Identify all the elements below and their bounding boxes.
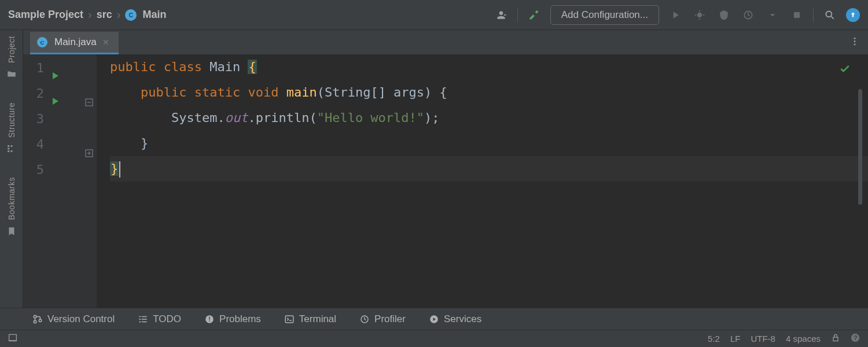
sidebar-label: Project (7, 36, 16, 63)
code-content[interactable]: public class Main { public static void m… (97, 54, 868, 308)
run-line-icon[interactable] (51, 89, 60, 98)
fold-icon[interactable] (85, 141, 93, 149)
line-number: 3 (28, 106, 44, 132)
toolbar: Sample Project › src › C Main Add Config… (0, 0, 868, 30)
chevron-right-icon: › (88, 8, 92, 21)
svg-rect-32 (142, 321, 147, 322)
stop-icon[interactable] (789, 7, 805, 23)
status-bar: 5:2 LF UTF-8 4 spaces ? (0, 330, 868, 347)
bookmark-icon (6, 226, 17, 237)
tab-label: Main.java (54, 36, 97, 48)
svg-point-24 (34, 315, 36, 318)
search-icon[interactable] (822, 7, 838, 23)
collaborators-icon[interactable] (493, 7, 509, 23)
tab-main-java[interactable]: C Main.java ✕ (30, 32, 119, 54)
svg-rect-34 (209, 316, 210, 319)
svg-rect-12 (8, 150, 9, 152)
svg-line-9 (832, 16, 834, 19)
svg-rect-10 (8, 145, 9, 147)
coverage-icon[interactable] (716, 7, 732, 23)
svg-text:?: ? (854, 335, 857, 341)
svg-rect-36 (285, 316, 293, 323)
caret-position[interactable]: 5:2 (708, 334, 720, 344)
svg-rect-35 (209, 320, 210, 322)
svg-point-1 (697, 12, 702, 17)
tool-profiler[interactable]: Profiler (359, 313, 406, 325)
tool-todo[interactable]: TODO (138, 313, 181, 325)
fold-icon[interactable] (85, 90, 93, 98)
tool-label: Terminal (299, 313, 336, 325)
class-icon: C (125, 9, 137, 21)
folder-icon (6, 69, 17, 79)
svg-rect-27 (139, 316, 141, 317)
scrollbar[interactable] (858, 89, 862, 205)
line-number: 4 (28, 132, 44, 157)
breadcrumb-project[interactable]: Sample Project (8, 9, 83, 21)
breadcrumb-class[interactable]: Main (142, 9, 166, 21)
svg-rect-28 (139, 319, 141, 320)
svg-point-17 (854, 40, 856, 42)
svg-rect-31 (142, 319, 147, 320)
svg-point-8 (826, 11, 832, 17)
debug-icon[interactable] (692, 7, 708, 23)
svg-point-26 (39, 319, 42, 322)
tool-version-control[interactable]: Version Control (32, 313, 115, 325)
svg-rect-13 (10, 145, 12, 147)
sidebar-label: Bookmarks (7, 177, 16, 220)
svg-rect-41 (833, 337, 838, 341)
quick-access-icon[interactable] (8, 333, 17, 344)
build-hammer-icon[interactable] (526, 7, 542, 23)
lock-icon[interactable] (831, 333, 840, 344)
run-line-icon[interactable] (51, 64, 60, 73)
svg-rect-29 (139, 321, 141, 322)
code-editor[interactable]: 1 2 3 4 (23, 54, 868, 308)
breadcrumb-folder[interactable]: src (97, 9, 112, 21)
run-icon[interactable] (667, 7, 683, 23)
help-icon[interactable]: ? (851, 333, 860, 344)
text-cursor (119, 161, 120, 178)
tool-label: TODO (153, 313, 181, 325)
caret-down-icon[interactable] (764, 7, 781, 23)
tool-label: Problems (219, 313, 261, 325)
svg-rect-14 (10, 150, 12, 152)
structure-icon (6, 143, 17, 154)
tool-label: Version Control (47, 313, 115, 325)
more-icon[interactable] (849, 36, 860, 49)
tool-windows-rail: Project Structure Bookmarks (0, 30, 23, 308)
profile-icon[interactable] (740, 7, 756, 23)
toolbar-actions: Add Configuration... (493, 5, 860, 25)
indent[interactable]: 4 spaces (786, 334, 821, 344)
line-number: 1 (28, 56, 44, 81)
line-number: 2 (28, 81, 44, 106)
update-icon[interactable] (846, 8, 860, 22)
inspection-ok-icon[interactable] (839, 58, 851, 83)
svg-text:C: C (129, 11, 134, 18)
svg-rect-7 (794, 12, 800, 18)
svg-point-18 (854, 43, 856, 45)
line-number: 5 (28, 157, 44, 183)
separator (517, 8, 518, 23)
svg-text:C: C (41, 39, 45, 46)
separator (813, 8, 814, 23)
tool-services[interactable]: Services (429, 313, 481, 325)
editor-tabs: C Main.java ✕ (23, 30, 868, 54)
tool-terminal[interactable]: Terminal (284, 313, 336, 325)
editor-gutter[interactable]: 1 2 3 4 (23, 54, 97, 308)
sidebar-item-structure[interactable]: Structure (6, 102, 17, 154)
line-separator[interactable]: LF (730, 334, 741, 344)
breadcrumb[interactable]: Sample Project › src › C Main (8, 8, 166, 21)
tool-label: Profiler (374, 313, 406, 325)
tool-problems[interactable]: Problems (204, 313, 261, 325)
sidebar-label: Structure (7, 102, 16, 138)
run-configuration-button[interactable]: Add Configuration... (550, 5, 659, 25)
svg-rect-30 (142, 316, 147, 317)
close-icon[interactable]: ✕ (101, 38, 111, 47)
sidebar-item-project[interactable]: Project (6, 36, 17, 79)
class-icon: C (37, 37, 47, 47)
svg-rect-11 (8, 148, 9, 150)
encoding[interactable]: UTF-8 (751, 334, 775, 344)
svg-point-16 (854, 38, 856, 39)
editor-area: C Main.java ✕ 1 2 (23, 30, 868, 308)
svg-rect-39 (9, 334, 17, 341)
sidebar-item-bookmarks[interactable]: Bookmarks (6, 177, 17, 237)
